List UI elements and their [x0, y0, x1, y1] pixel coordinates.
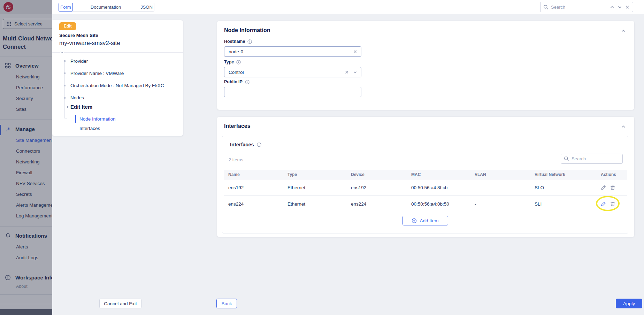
chevron-down-icon[interactable]	[617, 5, 622, 10]
table-search-box	[561, 154, 623, 164]
app-root: f5 Select service Multi-Cloud Network Co…	[0, 0, 644, 315]
interfaces-table: Name Type Device MAC VLAN Virtual Networ…	[224, 170, 627, 212]
cell-name: ens192	[224, 179, 283, 196]
add-item-button[interactable]: Add Item	[402, 216, 448, 225]
step-nodes[interactable]: Nodes	[52, 92, 183, 104]
step-label: Provider	[70, 59, 88, 64]
step-label: Orchestration Mode : Not Managed By F5XC	[70, 83, 164, 88]
add-item-row: Add Item	[222, 216, 628, 225]
table-search-input[interactable]	[572, 156, 620, 161]
add-item-label: Add Item	[420, 218, 438, 223]
search-icon	[564, 156, 569, 161]
form-content: Edit Secure Mesh Site my-vmware-smsv2-si…	[52, 14, 644, 315]
divider	[607, 4, 607, 10]
step-bullet	[64, 97, 66, 99]
table-header-row: Name Type Device MAC VLAN Virtual Networ…	[224, 170, 627, 179]
object-name: my-vmware-smsv2-site	[59, 40, 120, 47]
col-virtual-network: Virtual Network	[530, 170, 596, 179]
cell-virtual-network: SLO	[530, 179, 596, 196]
cell-type: Ethernet	[283, 196, 346, 212]
cell-virtual-network: SLI	[530, 196, 596, 212]
edit-row-icon[interactable]	[601, 201, 606, 207]
object-type-label: Secure Mesh Site	[59, 33, 98, 38]
public-ip-label: Public IP	[224, 79, 243, 84]
step-label: Provider Name : VMWare	[70, 71, 124, 76]
info-icon[interactable]	[257, 143, 261, 147]
step-provider[interactable]: Provider	[52, 55, 183, 67]
sidebar: f5 Select service Multi-Cloud Network Co…	[0, 0, 52, 315]
step-label: Nodes	[70, 95, 84, 100]
divider	[52, 52, 183, 53]
clear-icon[interactable]	[344, 70, 349, 75]
apply-button[interactable]: Apply	[616, 299, 642, 308]
hostname-input[interactable]	[224, 49, 353, 54]
hostname-label: Hostname	[224, 39, 245, 44]
col-vlan: VLAN	[470, 170, 530, 179]
tab-documentation[interactable]: Documentation	[72, 3, 139, 11]
col-type: Type	[283, 170, 346, 179]
section-link-node-information[interactable]: Node Information	[75, 115, 145, 123]
step-bullet	[64, 60, 66, 62]
public-ip-input[interactable]	[224, 90, 361, 95]
find-widget	[540, 2, 633, 12]
type-label: Type	[224, 60, 234, 64]
info-icon[interactable]	[247, 39, 252, 44]
find-input[interactable]	[551, 5, 604, 10]
cell-vlan: -	[470, 196, 530, 212]
form-topbar: Form Documentation JSON	[52, 0, 644, 14]
interfaces-list-title-text: Interfaces	[230, 142, 254, 147]
section-title: Interfaces	[224, 123, 251, 129]
cell-mac: 00:50:56:a4:0b:50	[407, 196, 470, 212]
type-select-value: Control	[224, 70, 344, 75]
cell-name: ens224	[224, 196, 283, 212]
modal-dim-overlay	[0, 0, 52, 315]
chevron-up-icon[interactable]	[610, 5, 615, 10]
table-row: ens224 Ethernet ens224 00:50:56:a4:0b:50…	[224, 196, 627, 212]
back-button[interactable]: Back	[216, 299, 237, 308]
close-icon[interactable]	[625, 5, 630, 10]
cell-mac: 00:50:56:a4:8f:cb	[407, 179, 470, 196]
cell-device: ens192	[346, 179, 407, 196]
step-bullet	[64, 85, 66, 86]
step-orchestration-mode[interactable]: Orchestration Mode : Not Managed By F5XC	[52, 79, 183, 92]
items-count: 2 items	[229, 157, 243, 162]
tab-form[interactable]: Form	[59, 3, 73, 11]
arrow-right-icon	[67, 106, 69, 108]
info-icon[interactable]	[245, 80, 250, 84]
cell-device: ens224	[346, 196, 407, 212]
chevron-down-icon[interactable]	[353, 70, 358, 75]
search-icon	[543, 5, 549, 10]
cancel-and-exit-button[interactable]: Cancel and Exit	[99, 299, 141, 308]
table-row: ens192 Ethernet ens192 00:50:56:a4:8f:cb…	[224, 179, 627, 196]
section-link-interfaces[interactable]: Interfaces	[75, 124, 145, 132]
type-field: Type Control	[224, 60, 361, 77]
hostname-field: Hostname	[224, 39, 361, 57]
step-connector-elbow	[64, 116, 67, 118]
view-tabs: Form Documentation JSON	[59, 3, 154, 11]
tab-json[interactable]: JSON	[139, 3, 154, 11]
edit-row-icon[interactable]	[601, 185, 606, 190]
step-edit-item[interactable]: Edit Item	[70, 104, 92, 110]
collapse-section-icon[interactable]	[621, 29, 626, 33]
interfaces-card: Interfaces Interfaces 2 items	[217, 117, 634, 237]
info-icon[interactable]	[236, 60, 241, 64]
public-ip-field: Public IP	[224, 79, 361, 97]
interfaces-list-box: Interfaces 2 items	[222, 136, 628, 233]
edit-navigator-panel: Edit Secure Mesh Site my-vmware-smsv2-si…	[52, 20, 183, 136]
collapse-section-icon[interactable]	[621, 124, 626, 129]
clear-icon[interactable]	[353, 49, 358, 54]
col-mac: MAC	[407, 170, 470, 179]
type-select[interactable]: Control	[224, 67, 361, 77]
col-actions: Actions	[596, 170, 627, 179]
cell-vlan: -	[470, 179, 530, 196]
step-provider-name[interactable]: Provider Name : VMWare	[52, 67, 183, 79]
delete-row-icon[interactable]	[610, 185, 615, 190]
form-steps: Provider Provider Name : VMWare Orchestr…	[52, 55, 183, 104]
step-bullet	[64, 72, 66, 74]
collapse-caret-icon[interactable]	[60, 51, 64, 54]
cell-type: Ethernet	[283, 179, 346, 196]
col-device: Device	[346, 170, 407, 179]
step-label: Edit Item	[70, 104, 92, 110]
main-area: Form Documentation JSON	[52, 0, 644, 315]
delete-row-icon[interactable]	[610, 201, 615, 207]
